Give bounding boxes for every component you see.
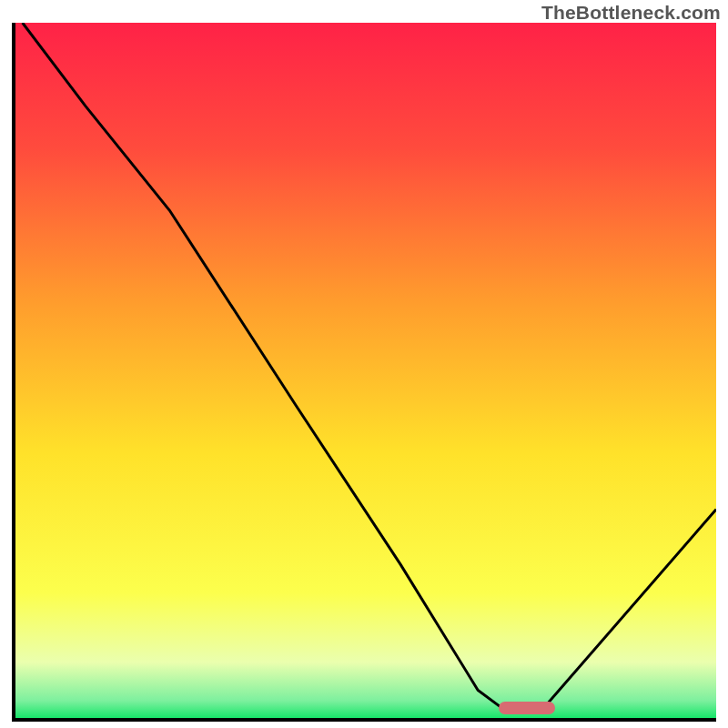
- chart-plot-area: [15, 23, 716, 718]
- optimum-marker: [499, 702, 555, 714]
- chart-svg: [15, 23, 716, 718]
- attribution-label: TheBottleneck.com: [541, 2, 721, 24]
- chart-gradient-background: [15, 23, 716, 718]
